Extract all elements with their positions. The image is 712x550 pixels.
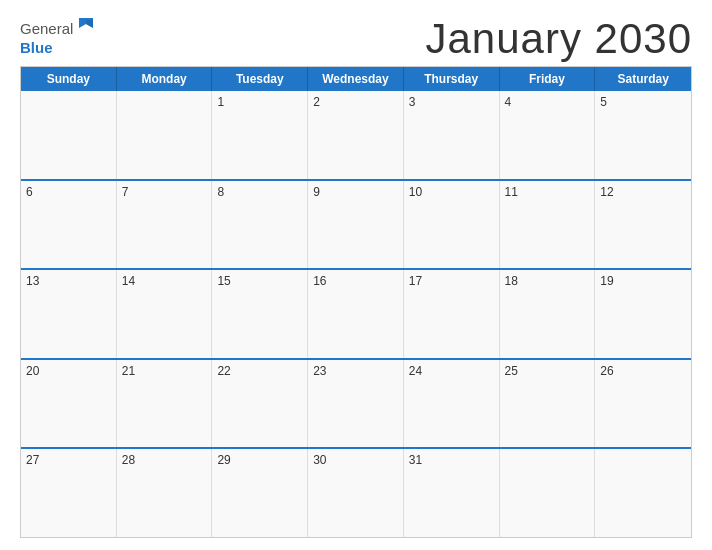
calendar-week-4: 20212223242526	[21, 358, 691, 448]
day-number: 13	[26, 274, 111, 288]
calendar-body: 1234567891011121314151617181920212223242…	[21, 91, 691, 537]
calendar-cell-3-5: 17	[404, 270, 500, 358]
header-monday: Monday	[117, 67, 213, 91]
header-friday: Friday	[500, 67, 596, 91]
day-number: 29	[217, 453, 302, 467]
calendar-cell-5-5: 31	[404, 449, 500, 537]
logo: General Blue	[20, 18, 97, 57]
header-thursday: Thursday	[404, 67, 500, 91]
day-number: 21	[122, 364, 207, 378]
calendar-cell-1-4: 2	[308, 91, 404, 179]
calendar-page: General Blue January 2030 Sunday Monday …	[0, 0, 712, 550]
day-number: 25	[505, 364, 590, 378]
day-number: 10	[409, 185, 494, 199]
calendar-cell-4-3: 22	[212, 360, 308, 448]
day-number: 9	[313, 185, 398, 199]
calendar-cell-5-4: 30	[308, 449, 404, 537]
calendar-cell-2-3: 8	[212, 181, 308, 269]
logo-flag-icon	[75, 16, 97, 38]
calendar-cell-4-1: 20	[21, 360, 117, 448]
calendar-cell-3-3: 15	[212, 270, 308, 358]
day-number: 27	[26, 453, 111, 467]
day-number: 16	[313, 274, 398, 288]
calendar-cell-5-3: 29	[212, 449, 308, 537]
calendar-cell-3-7: 19	[595, 270, 691, 358]
calendar-cell-4-5: 24	[404, 360, 500, 448]
calendar-cell-5-6	[500, 449, 596, 537]
calendar-cell-4-6: 25	[500, 360, 596, 448]
calendar-cell-3-1: 13	[21, 270, 117, 358]
logo-blue-text: Blue	[20, 40, 53, 57]
calendar-cell-2-6: 11	[500, 181, 596, 269]
day-number: 12	[600, 185, 686, 199]
day-number: 20	[26, 364, 111, 378]
calendar-cell-4-7: 26	[595, 360, 691, 448]
logo-top-row: General	[20, 18, 97, 40]
calendar-week-5: 2728293031	[21, 447, 691, 537]
calendar-cell-1-7: 5	[595, 91, 691, 179]
calendar-cell-3-4: 16	[308, 270, 404, 358]
calendar-cell-1-2	[117, 91, 213, 179]
day-number: 3	[409, 95, 494, 109]
day-number: 31	[409, 453, 494, 467]
page-header: General Blue January 2030	[20, 18, 692, 60]
calendar-grid: Sunday Monday Tuesday Wednesday Thursday…	[20, 66, 692, 538]
day-number: 5	[600, 95, 686, 109]
calendar-cell-2-4: 9	[308, 181, 404, 269]
day-number: 28	[122, 453, 207, 467]
day-number: 19	[600, 274, 686, 288]
logo-block: General Blue	[20, 18, 97, 57]
day-number: 4	[505, 95, 590, 109]
day-number: 15	[217, 274, 302, 288]
calendar-cell-2-1: 6	[21, 181, 117, 269]
day-number: 24	[409, 364, 494, 378]
calendar-cell-5-7	[595, 449, 691, 537]
header-saturday: Saturday	[595, 67, 691, 91]
calendar-cell-4-2: 21	[117, 360, 213, 448]
calendar-week-2: 6789101112	[21, 179, 691, 269]
calendar-cell-1-5: 3	[404, 91, 500, 179]
day-number: 2	[313, 95, 398, 109]
header-wednesday: Wednesday	[308, 67, 404, 91]
day-number: 17	[409, 274, 494, 288]
calendar-cell-5-2: 28	[117, 449, 213, 537]
calendar-cell-2-5: 10	[404, 181, 500, 269]
calendar-week-1: 12345	[21, 91, 691, 179]
day-number: 6	[26, 185, 111, 199]
month-title: January 2030	[425, 18, 692, 60]
logo-bottom-row: Blue	[20, 40, 97, 57]
logo-general-text: General	[20, 21, 73, 38]
day-number: 30	[313, 453, 398, 467]
calendar-header-row: Sunday Monday Tuesday Wednesday Thursday…	[21, 67, 691, 91]
svg-marker-1	[86, 20, 93, 28]
day-number: 14	[122, 274, 207, 288]
day-number: 8	[217, 185, 302, 199]
calendar-cell-1-1	[21, 91, 117, 179]
day-number: 7	[122, 185, 207, 199]
calendar-cell-5-1: 27	[21, 449, 117, 537]
calendar-cell-4-4: 23	[308, 360, 404, 448]
day-number: 23	[313, 364, 398, 378]
day-number: 11	[505, 185, 590, 199]
day-number: 18	[505, 274, 590, 288]
header-sunday: Sunday	[21, 67, 117, 91]
calendar-cell-3-2: 14	[117, 270, 213, 358]
calendar-week-3: 13141516171819	[21, 268, 691, 358]
calendar-cell-2-2: 7	[117, 181, 213, 269]
day-number: 1	[217, 95, 302, 109]
day-number: 26	[600, 364, 686, 378]
calendar-cell-1-3: 1	[212, 91, 308, 179]
day-number: 22	[217, 364, 302, 378]
header-tuesday: Tuesday	[212, 67, 308, 91]
calendar-cell-2-7: 12	[595, 181, 691, 269]
calendar-cell-3-6: 18	[500, 270, 596, 358]
calendar-cell-1-6: 4	[500, 91, 596, 179]
